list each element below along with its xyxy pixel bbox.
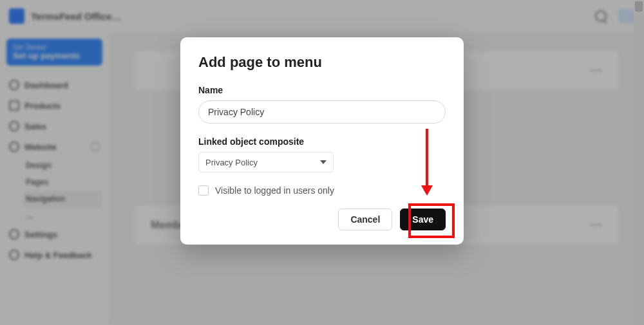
visibility-checkbox[interactable] (198, 185, 209, 196)
select-value: Privacy Policy (205, 158, 258, 167)
visibility-checkbox-row[interactable]: Visible to logged in users only (198, 185, 446, 196)
add-page-modal: Add page to menu Name Linked object comp… (180, 37, 464, 245)
visibility-label: Visible to logged in users only (215, 185, 334, 196)
cancel-button[interactable]: Cancel (338, 209, 392, 230)
chevron-down-icon (320, 160, 327, 164)
modal-title: Add page to menu (198, 54, 446, 71)
name-label: Name (198, 85, 446, 95)
save-button[interactable]: Save (400, 209, 446, 230)
modal-overlay[interactable]: Add page to menu Name Linked object comp… (0, 0, 644, 325)
name-input[interactable] (198, 100, 446, 124)
modal-actions: Cancel Save (198, 209, 446, 230)
cancel-button-label: Cancel (350, 214, 380, 225)
linked-object-select[interactable]: Privacy Policy (198, 152, 334, 172)
save-button-label: Save (412, 214, 433, 225)
linked-object-label: Linked object composite (198, 136, 446, 147)
